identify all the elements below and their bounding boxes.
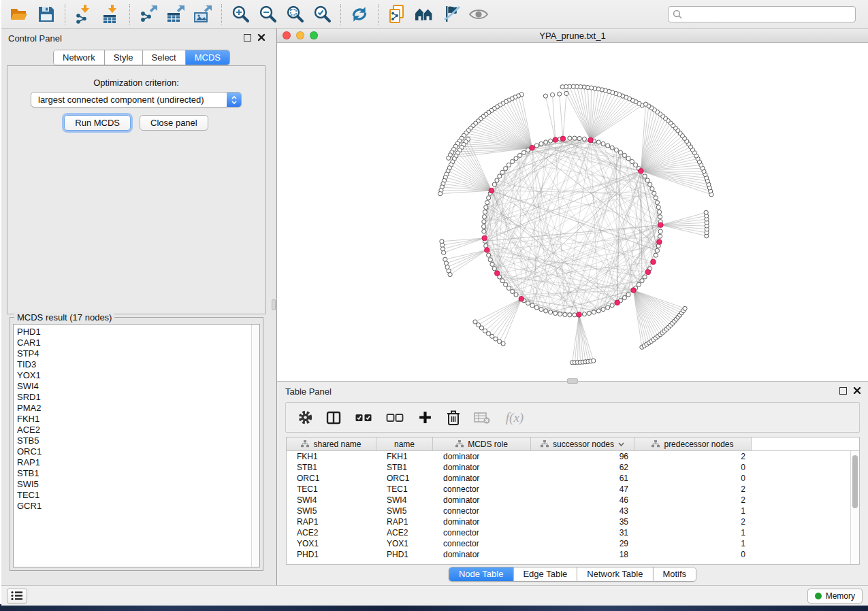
search-input[interactable] [686, 10, 851, 20]
graph-node[interactable] [592, 359, 596, 363]
tab-node-table[interactable]: Node Table [449, 567, 514, 581]
graph-node[interactable] [618, 150, 622, 154]
function-builder-button[interactable]: f(x) [501, 408, 528, 428]
vertical-splitter[interactable] [271, 29, 277, 585]
graph-edge[interactable] [492, 299, 521, 336]
column-header-shared-name[interactable]: shared name [287, 437, 376, 450]
mcds-result-item[interactable]: ACE2 [17, 425, 259, 435]
graph-node[interactable] [500, 279, 504, 283]
column-header-mcds-role[interactable]: MCDS role [433, 437, 531, 450]
graph-node[interactable] [500, 170, 504, 174]
graph-edge[interactable] [486, 176, 645, 208]
graph-edge[interactable] [443, 238, 485, 245]
graph-mcds-node[interactable] [639, 168, 644, 174]
graph-mcds-node[interactable] [631, 288, 637, 293]
graph-edge[interactable] [633, 291, 676, 320]
graph-node[interactable] [568, 136, 572, 140]
import-network-button[interactable] [70, 2, 97, 27]
graph-node[interactable] [494, 337, 498, 341]
graph-node[interactable] [488, 258, 492, 262]
graph-node[interactable] [657, 210, 661, 214]
graph-node[interactable] [683, 306, 687, 310]
table-row[interactable]: TEC1TEC1connector472 [287, 484, 850, 495]
graph-node[interactable] [492, 267, 496, 271]
graph-node[interactable] [549, 310, 553, 314]
graph-node[interactable] [652, 191, 656, 195]
graph-node[interactable] [596, 140, 600, 144]
graph-edge[interactable] [450, 250, 487, 274]
graph-edge[interactable] [560, 94, 563, 139]
add-column-button[interactable] [415, 408, 434, 428]
graph-node[interactable] [534, 306, 539, 310]
graph-edge[interactable] [633, 291, 681, 313]
tab-select[interactable]: Select [143, 50, 186, 65]
tab-mcds[interactable]: MCDS [186, 50, 229, 65]
mcds-result-item[interactable]: STP4 [17, 348, 259, 359]
graph-node[interactable] [544, 140, 548, 144]
graph-edge[interactable] [660, 225, 706, 236]
graph-node[interactable] [626, 293, 630, 297]
new-network-from-selection-button[interactable] [383, 2, 411, 27]
graph-node[interactable] [492, 182, 496, 186]
graph-node[interactable] [484, 205, 488, 210]
graph-node[interactable] [592, 310, 596, 314]
graph-edge[interactable] [633, 291, 679, 315]
mcds-result-item[interactable]: GCR1 [17, 501, 259, 512]
graph-node[interactable] [643, 174, 647, 178]
mcds-result-item[interactable]: PMA2 [17, 403, 259, 414]
table-row[interactable]: FKH1FKH1dominator962 [287, 451, 850, 462]
graph-node[interactable] [438, 192, 443, 196]
graph-edge[interactable] [496, 299, 521, 339]
graph-node[interactable] [614, 148, 618, 152]
graph-edge[interactable] [641, 114, 660, 171]
graph-node[interactable] [606, 144, 610, 148]
graph-edge[interactable] [447, 250, 487, 267]
memory-button[interactable]: Memory [807, 589, 863, 604]
zoom-in-button[interactable] [227, 2, 254, 27]
maximize-window-icon[interactable] [310, 31, 318, 39]
graph-node[interactable] [655, 201, 659, 205]
show-all-button[interactable] [465, 2, 492, 27]
column-header-predecessor-nodes[interactable]: predecessor nodes [634, 437, 752, 450]
table-row[interactable]: ORC1ORC1dominator610 [287, 473, 850, 484]
graph-edge[interactable] [590, 100, 632, 140]
graph-node[interactable] [495, 178, 499, 182]
hide-selected-button[interactable] [438, 2, 465, 27]
mcds-result-item[interactable]: TID3 [17, 359, 259, 370]
graph-node[interactable] [606, 306, 610, 310]
export-image-button[interactable] [189, 2, 216, 27]
graph-mcds-node[interactable] [489, 188, 494, 193]
graph-node[interactable] [521, 150, 526, 154]
graph-edge[interactable] [449, 168, 492, 191]
graph-node[interactable] [577, 136, 581, 140]
mcds-result-item[interactable]: SRD1 [17, 392, 259, 403]
mcds-result-item[interactable]: FKH1 [17, 414, 259, 425]
network-window-titlebar[interactable]: YPA_prune.txt_1 [277, 29, 868, 43]
open-session-button[interactable] [5, 2, 33, 27]
table-scrollbar-thumb[interactable] [852, 455, 858, 508]
graph-node[interactable] [558, 312, 562, 316]
network-graph[interactable] [277, 43, 868, 381]
graph-mcds-node[interactable] [485, 248, 490, 253]
graph-node[interactable] [543, 94, 547, 98]
graph-node[interactable] [630, 159, 634, 163]
graph-mcds-node[interactable] [560, 136, 566, 142]
graph-node[interactable] [482, 229, 486, 233]
mcds-result-item[interactable]: CAR1 [17, 337, 259, 348]
graph-node[interactable] [483, 210, 487, 214]
graph-edge[interactable] [479, 299, 521, 325]
graph-node[interactable] [448, 272, 452, 276]
mcds-result-item[interactable]: STB5 [17, 435, 259, 446]
graph-node[interactable] [487, 196, 491, 200]
splitter-grip[interactable] [272, 299, 276, 310]
graph-node[interactable] [645, 178, 649, 182]
graph-node[interactable] [504, 167, 508, 171]
graph-edge[interactable] [563, 93, 566, 138]
table-row[interactable]: RAP1RAP1dominator352 [287, 516, 850, 527]
graph-node[interactable] [573, 136, 577, 140]
graph-node[interactable] [640, 279, 644, 283]
graph-node[interactable] [507, 163, 511, 167]
graph-node[interactable] [626, 156, 630, 161]
table-row[interactable]: STB1STB1dominator620 [287, 462, 850, 473]
graph-node[interactable] [490, 262, 494, 266]
